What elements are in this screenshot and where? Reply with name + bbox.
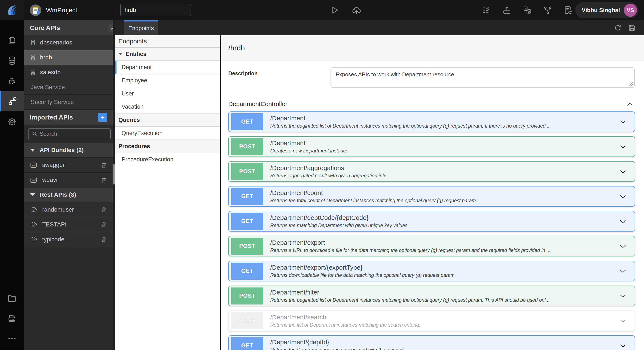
tree-item-user[interactable]: User xyxy=(115,87,220,100)
export-icon[interactable] xyxy=(502,5,512,15)
tree-item-employee[interactable]: Employee xyxy=(115,74,220,87)
resize-grip-icon[interactable] xyxy=(629,82,633,86)
wavemaker-logo[interactable] xyxy=(0,0,24,20)
save-icon[interactable] xyxy=(628,24,636,32)
endpoint-card[interactable]: GET /Department Returns the paginated li… xyxy=(228,111,635,132)
core-api-label: dbscenarios xyxy=(40,39,72,46)
method-badge: GET xyxy=(231,188,263,205)
tree-item-department[interactable]: Department xyxy=(115,61,220,74)
endpoint-card[interactable]: POST /Department/export Returns a URL to… xyxy=(228,236,635,256)
tree-item-vacation[interactable]: Vacation xyxy=(115,100,220,114)
log-file-icon: LOG xyxy=(7,314,17,324)
imported-api-randomuser[interactable]: API randomuser xyxy=(24,202,115,217)
project-switcher[interactable]: WmProject xyxy=(30,4,77,16)
chevron-up-icon[interactable] xyxy=(626,102,633,106)
group-rest-apis[interactable]: Rest APIs (3) xyxy=(24,187,115,202)
add-api-button[interactable]: + xyxy=(98,113,107,122)
rail-pages[interactable] xyxy=(0,30,24,51)
endpoint-card[interactable]: POST /Department/filter Returns the pagi… xyxy=(228,286,635,306)
endpoint-path: /Department/deptCode/{deptCode} xyxy=(270,214,409,221)
endpoint-card[interactable]: GET /Department/export/{exportType} Retu… xyxy=(228,261,635,281)
pages-icon xyxy=(7,35,17,45)
chevron-down-icon[interactable] xyxy=(620,170,626,174)
tree-item-queryexecution[interactable]: QueryExecution xyxy=(115,127,220,140)
scrollbar-thumb[interactable] xyxy=(113,164,115,184)
imported-api-label: weavr xyxy=(42,176,58,183)
rail-settings[interactable] xyxy=(0,111,24,132)
rail-database[interactable] xyxy=(0,50,24,71)
controller-header[interactable]: DepartmentController xyxy=(221,88,644,111)
refresh-icon[interactable] xyxy=(614,24,622,32)
core-api-item-salesdb[interactable]: salesdb xyxy=(24,65,115,80)
project-icon xyxy=(30,4,41,16)
rail-more[interactable] xyxy=(0,328,24,349)
core-apis-title: Core APIs xyxy=(30,24,60,31)
imported-api-swagger[interactable]: API swagger xyxy=(24,158,115,173)
rail-java[interactable] xyxy=(0,70,24,91)
chevron-down-icon[interactable] xyxy=(620,145,626,149)
tab-endpoints[interactable]: Endpoints xyxy=(124,20,158,35)
chevron-down-icon[interactable] xyxy=(620,269,626,273)
endpoint-card[interactable]: GET /Department/count Returns the total … xyxy=(228,186,635,207)
api-search-box[interactable] xyxy=(28,128,111,139)
rail-apis[interactable] xyxy=(0,91,24,111)
tree-section-entities[interactable]: Entities xyxy=(115,48,220,61)
file-sync-icon[interactable] xyxy=(564,5,573,15)
api-bundle-icon: API xyxy=(30,161,38,169)
release-notes-icon[interactable] xyxy=(482,5,491,15)
database-icon xyxy=(30,39,36,46)
left-panel-scrollbar[interactable] xyxy=(113,20,115,350)
endpoint-card[interactable]: GET /Department/deptCode/{deptCode} Retu… xyxy=(228,211,635,232)
api-search-input[interactable] xyxy=(40,131,104,137)
rail-logs[interactable]: LOG xyxy=(0,308,24,329)
imported-api-weavr[interactable]: API weavr xyxy=(24,173,115,187)
tree-section-procedures[interactable]: Procedures xyxy=(115,140,220,153)
core-api-label: hrdb xyxy=(40,54,52,61)
endpoint-card[interactable]: POST /Department/aggregations Returns ag… xyxy=(228,161,635,182)
core-api-item-java-service[interactable]: Java Service xyxy=(24,80,115,95)
delete-icon[interactable] xyxy=(100,162,107,169)
version-control-icon[interactable] xyxy=(543,5,552,15)
tree-section-label: Procedures xyxy=(118,143,150,150)
delete-icon[interactable] xyxy=(100,176,107,183)
tree-item-procedureexecution[interactable]: ProcedureExecution xyxy=(115,153,220,166)
endpoint-card-disabled[interactable]: POST /Department/search Returns the list… xyxy=(228,311,635,331)
description-textarea[interactable]: Exposes APIs to work with Department res… xyxy=(331,68,634,87)
user-menu[interactable]: Vibhu Singhal VS xyxy=(575,2,638,18)
chevron-down-icon[interactable] xyxy=(620,120,626,124)
core-api-label: Security Service xyxy=(31,99,74,105)
gear-icon xyxy=(7,117,17,127)
core-api-item-dbscenarios[interactable]: dbscenarios xyxy=(24,35,115,50)
chevron-down-icon[interactable] xyxy=(620,219,626,224)
chevron-down-icon[interactable] xyxy=(620,244,626,249)
delete-icon[interactable] xyxy=(100,206,107,213)
tree-section-label: Queries xyxy=(118,117,140,123)
core-api-item-hrdb[interactable]: hrdb xyxy=(24,50,115,65)
endpoint-path: /Department/search xyxy=(270,314,420,321)
core-api-label: Java Service xyxy=(31,84,65,91)
chevron-down-icon[interactable] xyxy=(620,294,626,298)
imported-api-typicode[interactable]: API typicode xyxy=(24,232,115,247)
delete-icon[interactable] xyxy=(100,221,107,228)
endpoint-card[interactable]: GET /Department/{deptId} Returns the Dep… xyxy=(228,335,635,350)
chevron-down-icon[interactable] xyxy=(620,344,626,348)
translate-icon[interactable]: A xyxy=(522,5,532,15)
chevron-down-icon[interactable] xyxy=(620,194,626,199)
run-icon[interactable] xyxy=(330,5,339,15)
svg-text:API: API xyxy=(32,179,35,181)
rest-api-icon: API xyxy=(30,221,38,228)
rail-files[interactable] xyxy=(0,288,24,308)
imported-api-testapi[interactable]: API TESTAPI xyxy=(24,217,115,232)
java-service-icon xyxy=(7,76,17,85)
endpoint-path: /Department xyxy=(270,115,551,122)
delete-icon[interactable] xyxy=(100,236,107,243)
endpoint-card[interactable]: POST /Department Creates a new Departmen… xyxy=(228,136,635,157)
endpoint-path: /Department/count xyxy=(270,189,477,196)
database-icon xyxy=(7,56,17,65)
group-api-bundles[interactable]: API Bundles (2) xyxy=(24,143,115,158)
tree-section-queries[interactable]: Queries xyxy=(115,114,220,127)
core-api-item-security-service[interactable]: Security Service xyxy=(24,95,115,110)
top-search-input[interactable] xyxy=(120,4,191,16)
cloud-upload-icon[interactable] xyxy=(352,5,361,15)
chevron-down-icon[interactable] xyxy=(620,319,626,323)
